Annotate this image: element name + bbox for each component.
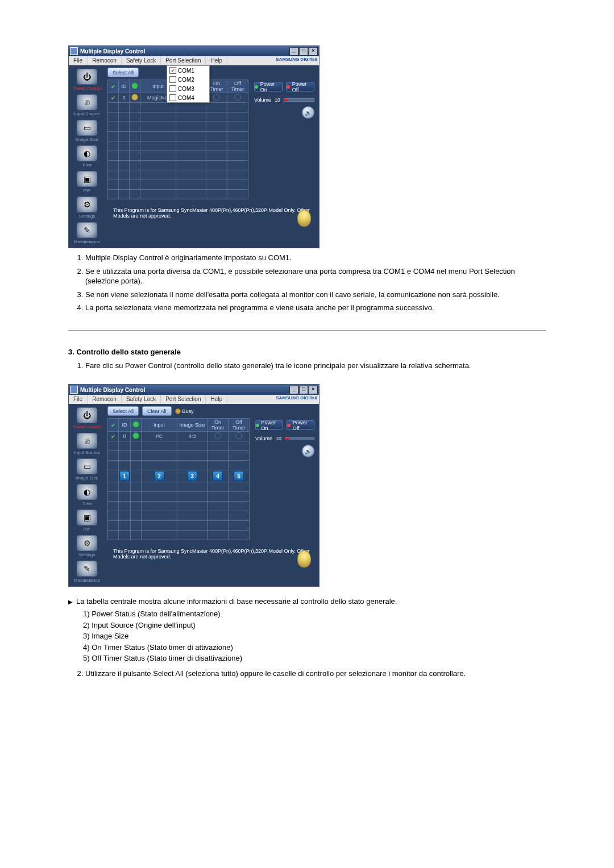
brand-label: SAMSUNG DIGITall bbox=[276, 57, 317, 62]
maximize-button[interactable]: □ bbox=[299, 386, 308, 394]
col-check[interactable]: ✔ bbox=[108, 419, 119, 432]
menu-remocon[interactable]: Remocon bbox=[88, 395, 122, 404]
volume-slider[interactable] bbox=[285, 437, 314, 440]
window-title: Multiple Display Control bbox=[80, 48, 145, 55]
list-item: Utilizzare il pulsante Select All (selez… bbox=[85, 669, 546, 679]
sidebar-item-settings[interactable]: ⚙Settings bbox=[72, 535, 102, 557]
sidebar-item-settings[interactable]: ⚙Settings bbox=[72, 197, 102, 219]
separator bbox=[68, 330, 546, 331]
footer-message: This Program is for Samsung SyncMaster 4… bbox=[107, 544, 317, 570]
menu-port-selection[interactable]: Port Selection bbox=[161, 395, 206, 404]
menu-file[interactable]: File bbox=[69, 56, 88, 65]
status-dot-icon bbox=[132, 432, 139, 439]
footer-message: This Program is for Samsung SyncMaster 4… bbox=[107, 203, 317, 229]
badge-4: 4 bbox=[213, 471, 223, 481]
sidebar-item-time[interactable]: ◐Time bbox=[72, 484, 102, 506]
sidebar-item-input-source[interactable]: ⎚Input Source bbox=[72, 433, 102, 455]
minimize-button[interactable]: _ bbox=[289, 47, 298, 56]
table-intro: ▶ La tabella centrale mostra alcune info… bbox=[68, 597, 546, 607]
sidebar-item-input-source[interactable]: ⎚Input Source bbox=[72, 94, 102, 116]
col-off-timer: Off Timer bbox=[229, 419, 250, 432]
right-panel: Power On Power Off Volume 10 🔊 bbox=[252, 80, 317, 199]
power-on-button[interactable]: Power On bbox=[255, 420, 283, 430]
badge-1: 1 bbox=[119, 471, 130, 481]
maximize-button[interactable]: □ bbox=[299, 47, 308, 56]
col-check[interactable]: ✔ bbox=[108, 80, 119, 93]
list-item: Fare clic su Power Control (controllo de… bbox=[85, 361, 546, 371]
power-icon: ⏻ bbox=[77, 69, 97, 85]
list-item: Multiple Display Control è originariamen… bbox=[85, 253, 546, 263]
instruction-list-3b: Utilizzare il pulsante Select All (selez… bbox=[68, 669, 546, 679]
window-title: Multiple Display Control bbox=[80, 387, 145, 393]
minimize-button[interactable]: _ bbox=[289, 386, 298, 394]
pip-icon: ▣ bbox=[77, 510, 97, 525]
list-item: 2) Input Source (Origine dell'input) bbox=[83, 620, 546, 631]
menu-safety-lock[interactable]: Safety Lock bbox=[122, 395, 161, 404]
menu-remocon[interactable]: Remocon bbox=[88, 56, 122, 65]
status-dot-icon bbox=[131, 94, 138, 101]
sidebar-item-time[interactable]: ◐Time bbox=[72, 145, 102, 168]
busy-indicator: Busy bbox=[175, 408, 194, 414]
sidebar-item-image-size[interactable]: ▭Image Size bbox=[72, 120, 102, 142]
sidebar-item-image-size[interactable]: ▭Image Size bbox=[72, 458, 102, 481]
col-status bbox=[131, 419, 142, 432]
volume-slider[interactable] bbox=[284, 98, 314, 102]
grid-row[interactable]: ✔ 0 PC 4:3 bbox=[108, 432, 250, 441]
port-com2[interactable]: COM2 bbox=[167, 75, 209, 84]
volume-value: 10 bbox=[276, 436, 281, 441]
col-id: ID bbox=[119, 80, 130, 93]
close-button[interactable]: × bbox=[309, 47, 318, 56]
port-com4[interactable]: COM4 bbox=[167, 93, 209, 102]
instruction-list-3a: Fare clic su Power Control (controllo de… bbox=[68, 361, 546, 371]
titlebar: Multiple Display Control _ □ × bbox=[69, 46, 319, 56]
menu-port-selection[interactable]: Port Selection bbox=[161, 56, 206, 65]
menu-safety-lock[interactable]: Safety Lock bbox=[122, 56, 161, 65]
clear-all-button[interactable]: Clear All bbox=[142, 406, 172, 416]
menu-help[interactable]: Help bbox=[206, 395, 227, 404]
sidebar-item-pip[interactable]: ▣PIP bbox=[72, 171, 102, 193]
volume-label: Volume bbox=[254, 97, 271, 103]
list-item: Se è utilizzata una porta diversa da COM… bbox=[85, 266, 546, 286]
right-panel: Power On Power Off Volume 10 🔊 bbox=[253, 418, 317, 540]
select-all-button[interactable]: Select All bbox=[107, 406, 139, 416]
list-item: Se non viene selezionata il nome dell'es… bbox=[85, 290, 546, 300]
speaker-icon[interactable]: 🔊 bbox=[302, 445, 314, 457]
menubar: File Remocon Safety Lock Port Selection … bbox=[69, 56, 319, 65]
volume-label: Volume bbox=[255, 436, 272, 441]
sidebar-item-pip[interactable]: ▣PIP bbox=[72, 510, 102, 532]
app-icon bbox=[70, 386, 78, 394]
titlebar: Multiple Display Control _ □ × bbox=[69, 385, 319, 395]
port-com3[interactable]: COM3 bbox=[167, 84, 209, 93]
port-selection-menu[interactable]: ✔COM1 COM2 COM3 COM4 bbox=[167, 65, 210, 103]
port-com1[interactable]: ✔COM1 bbox=[167, 66, 209, 75]
badge-5: 5 bbox=[234, 471, 244, 481]
badge-3: 3 bbox=[187, 471, 197, 481]
col-status bbox=[130, 80, 140, 93]
select-all-button[interactable]: Select All bbox=[107, 68, 139, 77]
close-button[interactable]: × bbox=[309, 386, 318, 394]
menu-help[interactable]: Help bbox=[206, 56, 227, 65]
power-off-button[interactable]: Power Off bbox=[287, 420, 314, 430]
app-window-2: Multiple Display Control _ □ × File Remo… bbox=[68, 384, 320, 587]
power-off-button[interactable]: Power Off bbox=[286, 82, 314, 91]
pip-icon: ▣ bbox=[77, 171, 97, 187]
list-item: 3) Image Size bbox=[83, 631, 546, 642]
list-item: 5) Off Timer Status (Stato timer di disa… bbox=[83, 653, 546, 664]
settings-icon: ⚙ bbox=[77, 197, 97, 212]
badge-row: 1 2 3 4 5 bbox=[108, 470, 250, 482]
input-icon: ⎚ bbox=[77, 94, 97, 110]
menubar: File Remocon Safety Lock Port Selection … bbox=[69, 395, 319, 404]
menu-file[interactable]: File bbox=[69, 395, 88, 404]
list-item: La porta selezionata viene memorizzata n… bbox=[85, 303, 546, 313]
sidebar-item-power-control[interactable]: ⏻Power Control bbox=[72, 69, 102, 91]
sidebar-item-maintenance[interactable]: ✎Maintenance bbox=[72, 222, 102, 244]
maintenance-icon: ✎ bbox=[77, 561, 97, 577]
col-input: Input bbox=[142, 419, 177, 432]
sidebar-item-maintenance[interactable]: ✎Maintenance bbox=[72, 561, 102, 583]
power-on-button[interactable]: Power On bbox=[254, 82, 283, 91]
image-size-icon: ▭ bbox=[77, 458, 97, 474]
busy-dot-icon bbox=[175, 408, 181, 414]
speaker-icon[interactable]: 🔊 bbox=[302, 106, 314, 119]
triangle-icon: ▶ bbox=[68, 597, 73, 607]
sidebar-item-power-control[interactable]: ⏻Power Control bbox=[72, 407, 102, 429]
